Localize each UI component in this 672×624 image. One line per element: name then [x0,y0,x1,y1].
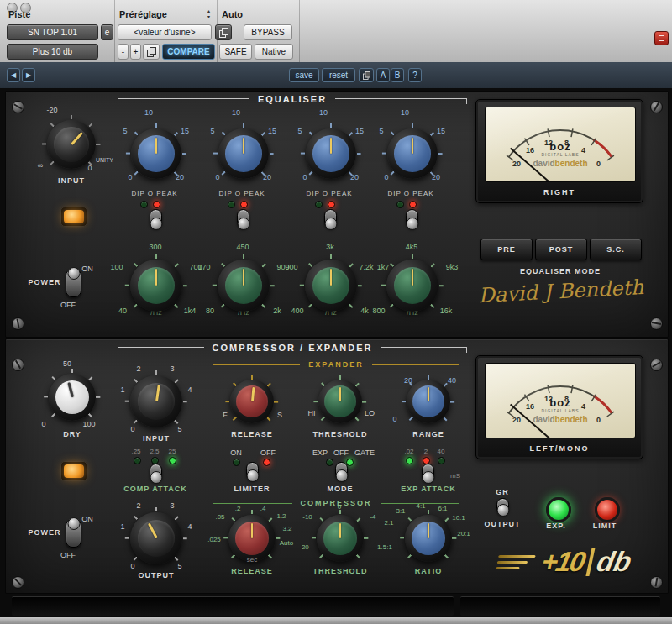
exp-threshold-label: THRESHOLD [313,430,368,438]
boz-logo: boz [486,396,635,409]
knob-tick [412,153,443,155]
pre-button[interactable]: PRE [480,239,533,260]
eq-power-toggle[interactable] [66,269,81,297]
expander-header: EXPANDER [213,360,459,370]
dip-led [228,201,235,208]
comp-input-knob[interactable] [129,374,184,429]
gr-output-label: OUTPUT [485,520,521,528]
knob-tick [155,123,157,154]
threshold-tick-label: LO [365,409,375,417]
comp-release-label: RELEASE [231,567,273,575]
limiter-off-label: OFF [260,448,276,457]
exp-threshold-knob[interactable] [317,378,364,425]
exp-attack-toggle[interactable] [422,464,434,482]
next-plugin-button[interactable]: ▶ [22,68,35,82]
eq-input-knob[interactable] [45,118,97,170]
knob-tick [251,510,253,538]
eq-power-on-label: ON [81,265,93,273]
plugin-selector[interactable]: Plus 10 db [7,44,98,60]
eq-power-lamp [64,210,84,223]
vu-needle [511,149,560,182]
eq-band1-dip-peak-toggle[interactable] [150,209,162,228]
librarian-menu-button[interactable] [215,24,232,40]
copy-ab-button[interactable] [359,68,374,82]
toggle-ball [150,471,162,484]
safe-button[interactable]: SAFE [219,44,252,60]
compare-button[interactable]: COMPARE [162,44,215,60]
expander-header-text: EXPANDER [300,360,371,369]
knob-tick [402,401,428,402]
freq-tick-label: 800 [372,307,385,315]
prev-plugin-button[interactable]: ◀ [7,68,20,82]
crel-tick-label: .05 [215,513,224,521]
eq-band4-dip-peak-toggle[interactable] [406,209,418,228]
help-button[interactable]: ? [408,68,422,82]
ratio-tick-label: 2:1 [384,519,393,527]
toggle-ball [496,504,509,517]
comp-threshold-knob[interactable] [315,513,365,564]
previous-preset-button[interactable]: - [118,44,129,60]
next-preset-button[interactable]: + [130,44,141,60]
mode-toggle[interactable] [335,462,348,480]
comp-attack-toggle[interactable] [150,464,162,482]
comp-output-knob[interactable] [129,511,184,566]
track-selector[interactable]: SN TOP 1.01 [7,24,98,40]
knob-tick [381,285,412,286]
post-button[interactable]: POST [535,239,587,260]
range-knob[interactable] [405,378,452,425]
eq-band4-freq-knob[interactable] [385,258,440,313]
sidechain-button[interactable]: S.C. [590,239,642,260]
equaliser-title-text: EQUALISER [249,94,335,104]
compressor-title-text: COMPRESSOR / EXPANDER [204,343,381,353]
limiter-toggle[interactable] [246,462,259,480]
toggle-ball [237,218,249,230]
screw [12,576,24,589]
screw [650,317,663,330]
gr-output-toggle[interactable] [496,498,509,515]
preset-collapse-down-icon[interactable]: ▾ [207,14,210,19]
limit-indicator-lamp [595,497,620,522]
knob-tick [251,375,253,401]
save-button[interactable]: save [289,68,319,82]
edit-button[interactable]: e [101,24,113,40]
logo-divider [585,548,595,576]
setting-b-button[interactable]: B [391,68,404,82]
ratio-knob[interactable] [403,513,454,564]
knob-tick [156,285,187,286]
freq-tick-label: 4k5 [406,243,418,251]
eq-band2-gain-knob[interactable] [217,127,270,181]
eq-power-label: POWER [28,278,60,286]
exp-attack-tick-label: 40 [438,448,445,455]
eq-band3-gain-knob[interactable] [304,127,358,181]
comp-power-toggle[interactable] [66,519,81,548]
target-button[interactable] [654,31,669,45]
reset-button[interactable]: reset [322,68,355,82]
eq-band3-dip-peak-toggle[interactable] [324,209,337,228]
native-button[interactable]: Native [255,44,293,60]
bypass-button[interactable]: BYPASS [244,24,292,40]
ratio-tick-label: 20:1 [457,530,470,537]
preset-selector[interactable]: <valeur d'usine> [118,24,212,40]
copy-ab-icon [363,71,370,80]
vu-meter-face: 20 16 12 8 4 0 boz DIGITAL LABS davidben… [485,363,636,438]
limit-indicator-label: LIMIT [593,522,617,530]
knob-tick [300,285,331,286]
toggle-ball [335,469,348,482]
setting-a-button[interactable]: A [376,68,390,82]
exp-release-knob[interactable] [228,378,276,425]
limiter-led [233,459,240,466]
eq-band2-freq-knob[interactable] [216,258,271,313]
settings-menu-button[interactable] [143,44,160,60]
preset-collapse-up-icon[interactable]: ▴ [207,8,210,13]
gain-tick-label: 5 [297,127,302,135]
dry-knob[interactable] [47,372,97,422]
eq-band4-gain-knob[interactable] [386,127,439,181]
dip-peak-label: DIP O PEAK [218,190,265,197]
eq-band3-freq-knob[interactable] [303,258,359,313]
vu-meter-graphics [486,107,635,181]
eq-band2-dip-peak-toggle[interactable] [237,209,249,228]
ratio-tick-label: 1.5:1 [377,543,392,551]
eq-band1-freq-knob[interactable] [129,258,184,313]
eq-band1-gain-knob[interactable] [129,127,183,181]
vu-scale-label: 0 [596,416,601,424]
